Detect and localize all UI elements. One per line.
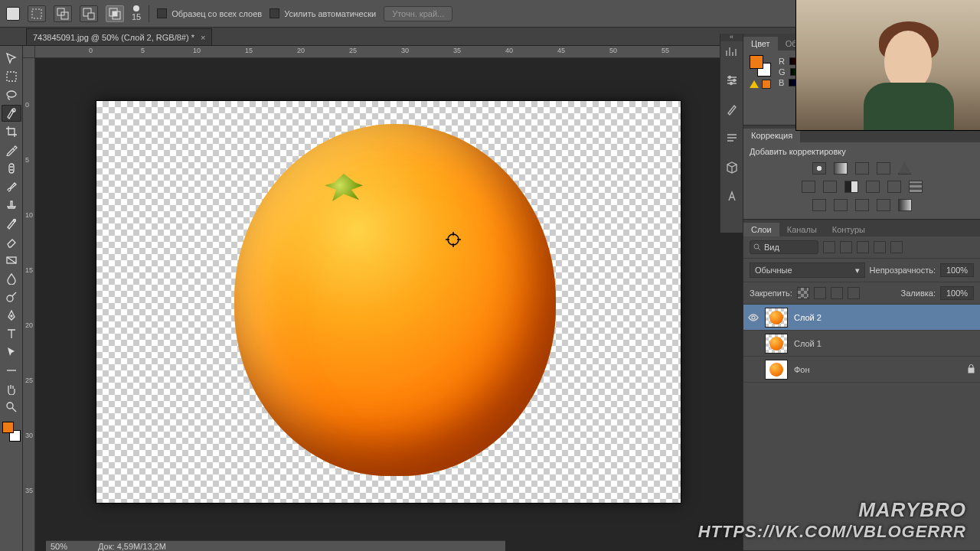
pen-tool[interactable] <box>2 307 21 324</box>
opt-new-selection-icon[interactable] <box>28 5 46 22</box>
history-brush-tool[interactable] <box>2 215 21 232</box>
character-panel-icon[interactable] <box>724 190 740 204</box>
brush-size-picker[interactable]: 15 <box>132 5 141 21</box>
visibility-toggle[interactable] <box>748 364 759 375</box>
layer-name[interactable]: Слой 2 <box>794 313 822 322</box>
filter-adjust-icon[interactable] <box>840 241 852 253</box>
adj-brightness-icon[interactable] <box>812 162 826 174</box>
lock-transparency-icon[interactable] <box>797 287 809 299</box>
adj-photo-filter-icon[interactable] <box>866 181 880 193</box>
tab-layers[interactable]: Слои <box>743 223 779 236</box>
quick-selection-tool[interactable] <box>2 105 21 122</box>
adj-posterize-icon[interactable] <box>834 199 848 211</box>
opt-add-selection-icon[interactable] <box>54 5 72 22</box>
healing-brush-tool[interactable] <box>2 160 21 177</box>
zoom-tool[interactable] <box>2 399 21 416</box>
layer-thumbnail[interactable] <box>765 360 788 380</box>
adj-selective-icon[interactable] <box>877 199 890 211</box>
path-selection-tool[interactable] <box>2 344 21 360</box>
adj-invert-icon[interactable] <box>812 199 826 211</box>
status-zoom[interactable]: 50% <box>51 542 67 551</box>
shape-tool[interactable] <box>2 362 21 379</box>
marquee-tool[interactable] <box>2 68 21 85</box>
layer-name[interactable]: Фон <box>794 365 810 374</box>
adjustments-panel-icon[interactable] <box>724 73 740 87</box>
ruler-tick: 50 <box>609 47 617 54</box>
opt-subtract-selection-icon[interactable] <box>80 5 98 22</box>
blur-tool[interactable] <box>2 270 21 287</box>
blend-mode-select[interactable]: Обычные ▾ <box>750 262 865 278</box>
adj-vibrance-icon[interactable] <box>898 162 912 174</box>
lock-pixels-icon[interactable] <box>814 287 826 299</box>
type-tool[interactable] <box>2 325 21 342</box>
crop-tool[interactable] <box>2 123 21 140</box>
eraser-tool[interactable] <box>2 233 21 250</box>
dock-collapse-icon[interactable]: « <box>720 34 743 41</box>
hand-tool[interactable] <box>2 380 21 397</box>
layer-name[interactable]: Слой 1 <box>794 339 822 348</box>
layer-row[interactable]: Фон <box>743 357 980 383</box>
gradient-tool[interactable] <box>2 252 21 269</box>
ruler-tick: 30 <box>401 47 409 54</box>
lock-all-icon[interactable] <box>848 287 860 299</box>
tab-paths[interactable]: Контуры <box>825 223 873 236</box>
visibility-toggle[interactable] <box>748 338 759 349</box>
ruler-vertical[interactable]: 05101520253035 <box>23 58 35 551</box>
tab-adjustments[interactable]: Коррекция <box>743 129 800 142</box>
tab-channels[interactable]: Каналы <box>779 223 825 236</box>
watermark-line2: HTTPS://VK.COM/VBLOGERRR <box>698 522 966 542</box>
sample-all-layers-checkbox[interactable]: Образец со всех слоев <box>157 8 262 18</box>
adj-hue-icon[interactable] <box>802 181 815 193</box>
adj-balance-icon[interactable] <box>823 181 837 193</box>
fill-input[interactable]: 100% <box>940 286 974 300</box>
layer-thumbnail[interactable] <box>765 308 788 328</box>
adj-exposure-icon[interactable] <box>877 162 890 174</box>
auto-enhance-checkbox[interactable]: Усилить автоматически <box>270 8 376 18</box>
visibility-toggle[interactable] <box>748 312 759 323</box>
adj-curves-icon[interactable] <box>855 162 869 174</box>
brushes-panel-icon[interactable] <box>724 103 740 116</box>
adj-gradient-map-icon[interactable] <box>898 199 912 211</box>
clone-stamp-tool[interactable] <box>2 197 21 214</box>
ruler-corner <box>23 46 35 58</box>
color-swatches[interactable] <box>2 421 21 442</box>
filter-pixel-icon[interactable] <box>823 241 835 253</box>
adj-threshold-icon[interactable] <box>855 199 869 211</box>
document-tab[interactable]: 743845091.jpg @ 50% (Слой 2, RGB/8#) * × <box>26 28 212 45</box>
tool-preset-swatch[interactable] <box>6 7 20 21</box>
layer-row[interactable]: Слой 2 <box>743 305 980 331</box>
adj-lookup-icon[interactable] <box>909 181 923 193</box>
histogram-panel-icon[interactable] <box>724 44 740 58</box>
filter-shape-icon[interactable] <box>874 241 886 253</box>
dodge-tool[interactable] <box>2 289 21 305</box>
move-tool[interactable] <box>2 50 21 67</box>
layer-filter-label: Вид <box>764 243 779 252</box>
adj-levels-icon[interactable] <box>834 162 848 174</box>
adjustments-panel: Коррекция Добавить корректировку <box>743 126 980 220</box>
foreground-color-swatch[interactable] <box>2 422 14 433</box>
opt-intersect-selection-icon[interactable] <box>106 5 124 22</box>
filter-smart-icon[interactable] <box>890 241 903 253</box>
color-panel-swatches[interactable] <box>750 55 771 77</box>
3d-panel-icon[interactable] <box>724 161 740 174</box>
filter-type-icon[interactable] <box>857 241 869 253</box>
adj-bw-icon[interactable] <box>844 181 858 193</box>
opacity-input[interactable]: 100% <box>940 263 974 277</box>
adj-channel-mixer-icon[interactable] <box>887 181 901 193</box>
lasso-tool[interactable] <box>2 86 21 103</box>
refine-edge-button[interactable]: Уточн. край... <box>384 6 452 21</box>
tab-color[interactable]: Цвет <box>743 37 778 51</box>
layer-thumbnail[interactable] <box>765 334 788 354</box>
layer-row[interactable]: Слой 1 <box>743 331 980 357</box>
paragraph-panel-icon[interactable] <box>724 132 740 145</box>
close-icon[interactable]: × <box>201 33 205 42</box>
gamut-warning[interactable] <box>750 80 771 89</box>
brush-tool[interactable] <box>2 178 21 195</box>
eyedropper-tool[interactable] <box>2 142 21 158</box>
ruler-horizontal[interactable]: 0510152025303540455055 <box>35 46 743 58</box>
lock-position-icon[interactable] <box>831 287 843 299</box>
layer-filter-select[interactable]: Вид <box>750 240 818 254</box>
canvas[interactable] <box>96 101 681 503</box>
foreground-swatch[interactable] <box>750 55 763 69</box>
brush-dot-icon <box>133 5 139 11</box>
